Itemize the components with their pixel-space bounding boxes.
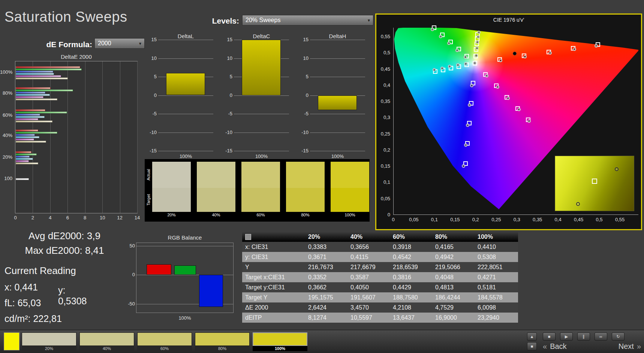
- pause-icon: ∥: [583, 334, 585, 339]
- grid-line: [310, 58, 365, 59]
- next-button[interactable]: Next: [619, 342, 634, 351]
- measured-blue-point: [470, 84, 473, 87]
- white-point-measured-point: [473, 61, 476, 65]
- back-button[interactable]: Back: [550, 342, 566, 351]
- deltae-y-tick-label: 100: [0, 176, 12, 181]
- deltae-gridline: [50, 61, 51, 213]
- taskbar-patch-40%[interactable]: 40%: [79, 332, 134, 351]
- measured-cyan-point: [464, 62, 467, 66]
- measured-yellow-point: [475, 54, 478, 57]
- y-tick-label: 5: [294, 74, 309, 79]
- deltae-bar-white: [16, 178, 29, 180]
- patch-label: 20%: [22, 346, 76, 351]
- taskbar-patches: 20%40%60%80%100%: [22, 332, 307, 351]
- inset-square-marker: [592, 179, 597, 184]
- table-column-header: 60%: [391, 232, 433, 242]
- cie-y-tick-label: 0,4: [376, 82, 390, 88]
- taskbar-patch-20%[interactable]: 20%: [22, 332, 76, 351]
- y-tick-label: 0: [217, 92, 232, 98]
- measured-green-point: [447, 42, 451, 45]
- deltae-bar-cyan: [16, 158, 33, 160]
- de-formula-dropdown[interactable]: 2000 ▼: [94, 38, 145, 49]
- scroll-up-button[interactable]: ▲: [527, 332, 537, 341]
- cie-x-tick-label: 0,2: [468, 217, 483, 222]
- measured-blue-point: [466, 124, 469, 127]
- deltae-bar-magenta: [16, 139, 34, 140]
- deltae-bar-yellow: [16, 121, 52, 122]
- next-chevron-icon[interactable]: »: [637, 342, 641, 351]
- table-cell: 0,3383: [306, 242, 348, 252]
- current-x: x: 0,441: [4, 282, 38, 292]
- delta-l-bar: [166, 73, 205, 95]
- back-chevron-icon[interactable]: «: [543, 342, 547, 351]
- table-cell: 13,6437: [391, 313, 433, 323]
- delta-c-title: DeltaC: [234, 33, 289, 39]
- deltae-y-axis: 100%80%60%40%20%100: [0, 61, 14, 213]
- taskbar-patch-60%[interactable]: 60%: [137, 332, 192, 351]
- patch-label: 80%: [195, 346, 250, 351]
- patch-strip-columns: 20%40%60%80%100%: [152, 162, 369, 218]
- y-tick-label: -10: [217, 130, 232, 135]
- cie-x-axis: 00,050,10,150,20,250,30,350,40,450,50,55: [393, 217, 638, 223]
- patch-column-20%: 20%: [152, 162, 191, 218]
- deltae-chart-plot: [15, 61, 138, 213]
- y-tick-label: 15: [142, 37, 157, 42]
- y-tick-label: -50: [120, 301, 135, 307]
- measured-magenta-point: [485, 74, 488, 77]
- cie-x-tick-label: 0: [386, 217, 401, 222]
- table-cell: 216,7673: [306, 262, 348, 272]
- rgb-bar-red: [147, 264, 171, 275]
- actual-swatch: [152, 162, 191, 188]
- deltae-x-axis: 02468101214: [15, 215, 138, 221]
- target-swatch: [331, 188, 369, 212]
- current-point: [513, 52, 517, 55]
- table-cell: 0,3671: [306, 252, 348, 262]
- table-cell: 0,4050: [348, 282, 391, 292]
- stop-button[interactable]: ■: [543, 332, 556, 341]
- cie-x-tick-label: 0,1: [427, 217, 442, 222]
- levels-dropdown[interactable]: 20% Sweeps ▼: [242, 15, 373, 25]
- current-patch-swatch: [4, 332, 19, 350]
- table-row-label: x: CIE31: [242, 242, 306, 252]
- repeat-icon: ↻: [616, 334, 620, 339]
- patch-color-swatch: [22, 332, 76, 346]
- table-row: x: CIE310,33830,36560,39180,41650,4410: [242, 242, 518, 252]
- deltae-bar-blue: [16, 114, 40, 116]
- delta-l-xlabel: 100%: [158, 153, 213, 159]
- table-cell: 10,5597: [348, 313, 391, 323]
- table-cell: 6,0098: [475, 302, 518, 313]
- deltae-bar-yellow: [16, 77, 68, 79]
- deltae-x-tick-label: 14: [132, 215, 142, 220]
- table-row: dEITP8,127410,559713,643716,900023,2940: [242, 313, 518, 323]
- table-column-header: 20%: [306, 232, 348, 242]
- current-reading-title: Current Reading: [4, 265, 76, 277]
- table-cell: 0,3656: [348, 242, 391, 252]
- table-cell: 0,3918: [391, 242, 433, 252]
- table-cell: 0,4165: [433, 242, 475, 252]
- deltae-bar-cyan: [16, 94, 50, 96]
- levels-value: 20% Sweeps: [246, 17, 280, 24]
- patch-column-40%: 40%: [197, 162, 235, 218]
- table-row-label: Target Y: [242, 292, 306, 302]
- repeat-button[interactable]: ↻: [612, 332, 625, 341]
- deltae-bar-red: [16, 66, 80, 68]
- play-button[interactable]: ▶: [560, 332, 573, 341]
- target-swatch: [286, 188, 325, 212]
- cie-x-tick-label: 0,55: [613, 217, 628, 222]
- measured-yellow-point: [476, 40, 479, 44]
- pause-button[interactable]: ∥: [577, 332, 590, 341]
- taskbar-patch-100%[interactable]: 100%: [253, 332, 307, 351]
- taskbar-patch-80%[interactable]: 80%: [195, 332, 250, 351]
- table-row: y: CIE310,36710,41150,45420,49420,5308: [242, 252, 518, 262]
- cie-diagram-title: CIE 1976 u'v': [376, 17, 641, 23]
- deltae-x-tick-label: 6: [63, 215, 72, 220]
- patch-column-80%: 80%: [286, 162, 325, 218]
- deltae-bar-red: [16, 109, 45, 111]
- stop-patch-button[interactable]: ■: [527, 342, 537, 350]
- loop-button[interactable]: ∞: [595, 332, 607, 341]
- table-cell: 218,6539: [391, 262, 433, 272]
- cie-zoom-inset: [555, 156, 634, 211]
- table-cell: 195,1575: [306, 292, 348, 302]
- actual-row-label: Actual: [146, 162, 151, 188]
- current-reading-block: Current Reading x: 0,441 y: 0,5308 fL: 6…: [4, 265, 76, 329]
